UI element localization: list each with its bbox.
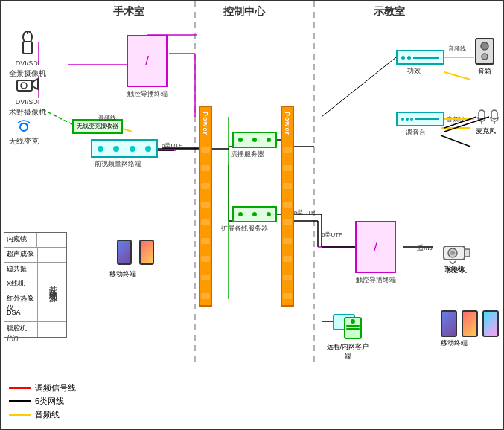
touch-screen-2-label: 触控导播终端 [353,275,399,285]
sidebar-item-0-label: 内窥镜 [4,233,37,247]
6utp-label-1: 6类UTP [162,141,182,150]
speaker-device: 音箱 [474,37,495,77]
streaming-server-box [232,132,277,148]
itin-watermark: Itin [7,333,19,344]
legend-line-0 [9,387,31,389]
mobile-tablet-area [441,310,499,337]
wireless-device: 无线变克 [9,117,39,147]
legend-item-0: 调频信号线 [9,382,76,394]
6utp-label-2: 6类UTP [294,208,315,216]
svg-point-35 [482,54,488,60]
microphone-2-device [489,109,500,127]
power-strip-left: Power [199,106,212,307]
mixing-console-label: 调音台 [406,128,426,138]
touch-screen-1-label: 触控导播终端 [124,89,170,99]
tablet-icon-2 [462,310,478,337]
svg-point-31 [21,83,27,89]
svg-line-58 [322,57,396,117]
svg-rect-36 [479,110,485,119]
legend-line-2 [9,414,31,416]
sidebar-merged-cell: 其它医疗视频源 [40,232,67,336]
legend-item-2: 音频线 [9,409,76,420]
dvi-sdi-label-2: DVI/SDI [16,98,40,106]
touch-screen-2-box: / [355,221,396,273]
phone-icon-1 [117,240,132,265]
svg-point-48 [351,319,355,324]
amplifier-label: 功效 [407,66,421,76]
sidebar-item-5-label: DSA [4,307,38,321]
surgical-camera-label: 术野摄像机 [9,107,46,118]
main-diagram: 手术室 控制中心 示教室 DVI/SDI 全景摄像机 DVI/SDI 术野摄像机… [0,0,504,430]
legend-line-1 [9,400,31,402]
svg-rect-49 [346,325,360,327]
demo-room-header: 示教室 [374,5,405,19]
svg-line-4 [42,109,72,124]
svg-line-20 [441,135,470,147]
svg-rect-50 [346,328,360,330]
microphone-label: 麦克风 [476,126,496,136]
remote-client-device: 远程/内网客户端 [333,314,370,362]
audio-line-label-3: 音频线 [447,115,465,123]
expansion-server-label: 扩展各线服务器 [221,224,268,234]
amplifier-box [396,50,444,65]
svg-point-42 [450,251,455,255]
legend-area: 调频信号线 6类网线 音频线 [9,382,76,423]
mobile-terminal-1-device [117,240,132,265]
sidebar-item-2-label: 磁共振 [4,263,38,277]
surgery-room-header: 手术室 [113,5,144,19]
expansion-server-box [232,206,277,222]
tablet-icon-3 [482,310,499,337]
sidebar-vertical-text: 其它医疗视频源 [48,279,59,289]
power-strip-right: Power [281,106,294,307]
mobile-terminal-label: 移动终端 [109,269,136,279]
phone-icon-2 [139,240,154,265]
dvi-sdi-label-1: DVI/SDI [16,60,40,67]
control-center-header: 控制中心 [223,5,265,19]
svg-rect-27 [23,42,32,54]
6utp-label-3: 6类UTP [322,231,342,239]
projector-label-text: 投影机 [444,264,465,274]
remote-control-label: 遥MJ [417,243,433,253]
microphone-1-device [476,109,487,127]
svg-marker-30 [32,79,38,89]
remote-client-label: 远程/内网客户端 [325,342,370,362]
legend-label-2: 音频线 [35,409,60,420]
sidebar-item-3-label: X线机 [4,277,38,292]
svg-rect-43 [465,249,470,257]
audio-line-label-1: 音频线 [98,114,116,122]
mixing-console-box [396,112,444,126]
legend-item-1: 6类网线 [9,396,76,407]
sidebar-item-4-label: 红外热像仪 [4,292,38,307]
surgical-camera-device: DVI/SDI 术野摄像机 [9,76,46,118]
video-encoder-box [91,139,158,158]
mobile-terminal-2-device [139,240,154,265]
panoramic-camera-device: DVI/SDI 全景摄像机 [9,31,46,79]
wireless-receiver-label: 无线变克 [9,136,39,147]
touch-screen-1-box: / [127,35,168,87]
speaker-label: 音箱 [474,67,495,77]
svg-rect-38 [491,110,497,119]
mobile-tablet-label: 移动终端 [441,338,468,348]
legend-label-1: 6类网线 [35,396,64,407]
svg-point-34 [481,42,488,50]
svg-line-18 [444,72,470,80]
audio-line-label-2: 音频线 [448,45,466,53]
legend-label-0: 调频信号线 [35,382,76,394]
video-encoder-label: 前视频量网络端 [95,159,141,169]
tablet-icon-1 [441,310,457,337]
sidebar-item-1-label: 超声成像 [4,248,38,262]
streaming-server-label: 流播服务器 [231,150,264,159]
